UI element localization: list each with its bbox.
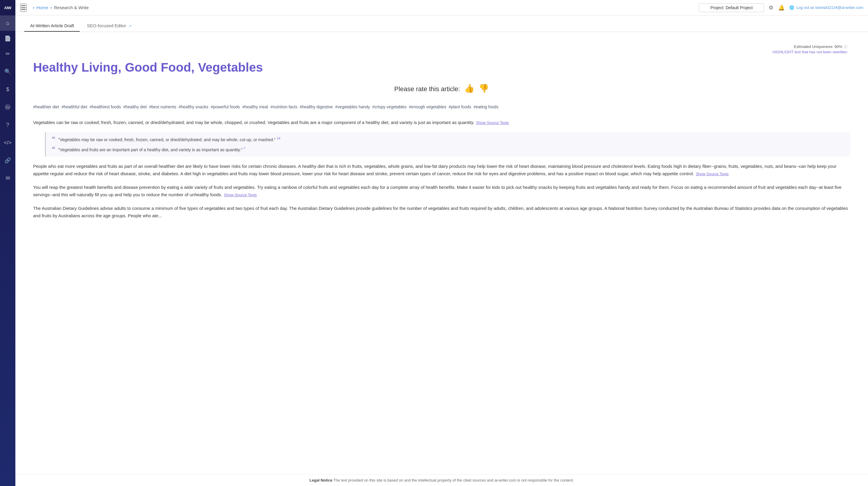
user-logout: 🌐 Log out as tutorial32134@ai-writer.com bbox=[789, 5, 863, 10]
quote-item-0-0: ❝"Vegetables may be raw or cooked; fresh… bbox=[52, 136, 844, 143]
uniqueness-bar: Estimated Uniqueness: 90% ⓘ HIGHLIGHT te… bbox=[773, 44, 847, 54]
quote-block-0: ❝"Vegetables may be raw or cooked; fresh… bbox=[45, 132, 850, 156]
article-tag[interactable]: #healthy meal bbox=[242, 103, 268, 111]
citation-number[interactable]: 14 bbox=[277, 137, 280, 140]
code-icon: </> bbox=[4, 140, 11, 145]
legal-notice: Legal Notice The text provided on this s… bbox=[16, 474, 868, 486]
sidebar-item-search[interactable]: 🔍 bbox=[0, 64, 16, 79]
app-logo: AIW bbox=[0, 0, 16, 16]
quote-text: "Vegetables may be raw or cooked; fresh,… bbox=[58, 136, 280, 143]
article-tag[interactable]: #healthy snacks bbox=[179, 103, 208, 111]
article-paragraph-0: Vegetables can be raw or cooked; fresh, … bbox=[33, 119, 850, 156]
edit-icon: ✏ bbox=[6, 51, 10, 57]
sidebar-item-billing[interactable]: $ bbox=[0, 82, 16, 97]
top-navigation: AIW ☰ » Home » Research & Write Project:… bbox=[0, 0, 868, 16]
breadcrumb-arrow1: » bbox=[33, 5, 35, 10]
article-tag[interactable]: #enough vegetables bbox=[409, 103, 446, 111]
article-tag[interactable]: #powerful foods bbox=[211, 103, 240, 111]
sidebar-item-link[interactable]: 🔗 bbox=[0, 153, 16, 168]
article-tag[interactable]: #nutrition facts bbox=[271, 103, 298, 111]
main-content: AI-Written Article Draft SEO-focused Edi… bbox=[16, 16, 868, 486]
article-scroll[interactable]: Estimated Uniqueness: 90% ⓘ HIGHLIGHT te… bbox=[16, 32, 868, 474]
documents-icon: 📄 bbox=[4, 36, 11, 41]
article-paragraph-2: You will reap the greatest health benefi… bbox=[33, 183, 850, 199]
article-tag[interactable]: #eating foods bbox=[474, 103, 498, 111]
dollar-icon: $ bbox=[6, 87, 9, 92]
quote-item-0-1: ❝"Vegetables and fruits are an important… bbox=[52, 146, 844, 153]
article-tag[interactable]: #best nutrients bbox=[149, 103, 176, 111]
breadcrumb-arrow2: » bbox=[50, 5, 52, 10]
article-tag[interactable]: #plant foods bbox=[448, 103, 471, 111]
mail-icon: ✉ bbox=[6, 175, 10, 181]
citation-number[interactable]: 7 bbox=[244, 146, 245, 150]
sidebar-item-wordpress[interactable]: Ⓦ bbox=[0, 99, 16, 115]
sidebar: ⌂ 📄 ✏ 🔍 $ Ⓦ ? </> 🔗 ✉ bbox=[0, 0, 16, 486]
paragraph-text-3: The Australian Dietary Guidelines advise… bbox=[33, 204, 850, 220]
top-nav-right: Project: Default Project ⚙ 🔔 🌐 Log out a… bbox=[699, 3, 863, 12]
wordpress-icon: Ⓦ bbox=[5, 105, 10, 110]
uniqueness-info-icon[interactable]: ⓘ bbox=[844, 45, 847, 49]
legal-notice-label: Legal Notice bbox=[310, 478, 332, 482]
rate-section: Please rate this article: 👍 👎 bbox=[33, 83, 850, 93]
paragraph-text-2: You will reap the greatest health benefi… bbox=[33, 183, 850, 199]
article-tag[interactable]: #healthier diet bbox=[33, 103, 59, 111]
project-selector[interactable]: Project: Default Project bbox=[699, 3, 764, 12]
help-icon: ? bbox=[6, 122, 9, 127]
sidebar-item-help[interactable]: ? bbox=[0, 117, 16, 133]
settings-button[interactable]: ⚙ bbox=[769, 4, 773, 11]
article-tag[interactable]: #healthiest foods bbox=[90, 103, 121, 111]
sidebar-item-edit[interactable]: ✏ bbox=[0, 46, 16, 62]
show-source-link-2[interactable]: Show Source Texts bbox=[224, 193, 257, 197]
show-source-link-0[interactable]: Show Source Texts bbox=[476, 120, 509, 125]
quote-mark: ❝ bbox=[52, 146, 55, 152]
article-tag[interactable]: #vegetables handy bbox=[335, 103, 370, 111]
breadcrumb-current: Research & Write bbox=[54, 5, 88, 10]
search-icon: 🔍 bbox=[4, 69, 11, 74]
thumbs-up-button[interactable]: 👍 bbox=[464, 84, 474, 93]
article-paragraph-3: The Australian Dietary Guidelines advise… bbox=[33, 204, 850, 220]
rate-label: Please rate this article: bbox=[394, 85, 460, 93]
external-link-icon: ↗ bbox=[129, 24, 131, 28]
article-area: Estimated Uniqueness: 90% ⓘ HIGHLIGHT te… bbox=[16, 32, 868, 486]
breadcrumb: » Home » Research & Write bbox=[33, 5, 89, 10]
uniqueness-text: Estimated Uniqueness: 90% ⓘ bbox=[794, 44, 847, 49]
sidebar-item-code[interactable]: </> bbox=[0, 135, 16, 150]
article-paragraph-1: People who eat more vegetables and fruit… bbox=[33, 163, 850, 178]
article-tag[interactable]: #healthy digestive bbox=[300, 103, 333, 111]
sidebar-item-mail[interactable]: ✉ bbox=[0, 170, 16, 186]
article-tag[interactable]: #crispy vegetables bbox=[372, 103, 406, 111]
tags-section: #healthier diet#healthful diet#healthies… bbox=[33, 102, 850, 112]
link-icon: 🔗 bbox=[4, 158, 11, 163]
uniqueness-row: Estimated Uniqueness: 90% ⓘ HIGHLIGHT te… bbox=[33, 44, 850, 57]
article-tag[interactable]: #healthful diet bbox=[61, 103, 87, 111]
logout-text: Log out as tutorial32134@ai-writer.com bbox=[797, 5, 863, 10]
legal-notice-text: The text provided on this site is based … bbox=[334, 478, 574, 482]
show-source-link-1[interactable]: Show Source Texts bbox=[695, 172, 728, 176]
thumbs-down-button[interactable]: 👎 bbox=[478, 84, 489, 93]
breadcrumb-home[interactable]: Home bbox=[36, 5, 48, 10]
tab-ai-article[interactable]: AI-Written Article Draft bbox=[24, 20, 80, 32]
paragraphs-container: Vegetables can be raw or cooked; fresh, … bbox=[33, 119, 850, 220]
sidebar-item-home[interactable]: ⌂ bbox=[0, 16, 16, 31]
tab-ai-label: AI-Written Article Draft bbox=[30, 23, 74, 28]
tab-seo-label: SEO-focused Editor bbox=[87, 23, 126, 28]
quote-text: "Vegetables and fruits are an important … bbox=[58, 146, 245, 153]
sidebar-item-documents[interactable]: 📄 bbox=[0, 31, 16, 46]
article-title: Healthy Living, Good Food, Vegetables bbox=[33, 60, 850, 75]
article-tag[interactable]: #healthy diet bbox=[123, 103, 147, 111]
quote-mark: ❝ bbox=[52, 136, 55, 142]
hamburger-menu[interactable]: ☰ bbox=[20, 4, 27, 12]
highlight-link[interactable]: HIGHLIGHT text that has not been rewritt… bbox=[773, 50, 847, 54]
paragraph-text-1: People who eat more vegetables and fruit… bbox=[33, 163, 850, 178]
globe-icon: 🌐 bbox=[789, 5, 794, 10]
tabs-bar: AI-Written Article Draft SEO-focused Edi… bbox=[16, 16, 868, 32]
tab-seo-editor[interactable]: SEO-focused Editor ↗ bbox=[81, 20, 137, 32]
paragraph-text-0: Vegetables can be raw or cooked; fresh, … bbox=[33, 119, 850, 126]
home-icon: ⌂ bbox=[6, 21, 9, 26]
notifications-button[interactable]: 🔔 bbox=[778, 4, 785, 11]
